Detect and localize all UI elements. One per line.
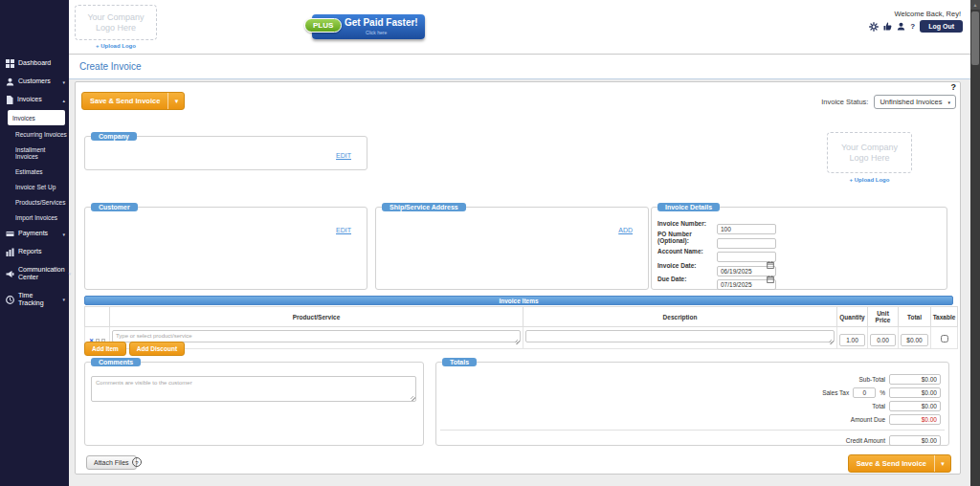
amount-due-input xyxy=(889,414,941,425)
chevron-down-icon: ▾ xyxy=(62,232,65,237)
totals-rows: Sub-Total Sales Tax % Total Amount Due xyxy=(436,366,948,446)
company-legend: Company xyxy=(91,132,137,141)
caret-down-icon[interactable]: ▼ xyxy=(167,93,184,109)
percent-sign: % xyxy=(880,389,885,396)
logout-button[interactable]: Log Out xyxy=(920,20,963,33)
caret-down-icon[interactable]: ▼ xyxy=(934,455,950,472)
top-header: Your Company Logo Here + Upload Logo Get… xyxy=(69,0,970,55)
chevron-down-icon: ▾ xyxy=(62,79,65,85)
submenu-item-import-invoices[interactable]: Import Invoices xyxy=(0,210,69,225)
resize-handle-icon xyxy=(411,396,415,401)
add-item-button[interactable]: Add Item xyxy=(84,342,126,356)
ship-service-address-section: Ship/Service Address ADD xyxy=(375,203,649,290)
submenu-item-invoices[interactable]: Invoices xyxy=(8,110,65,125)
sales-tax-label: Sales Tax xyxy=(822,389,849,396)
sidebar-item-reports[interactable]: Reports xyxy=(0,243,69,261)
due-date-row: Due Date: xyxy=(657,274,941,284)
panel-help-icon[interactable]: ? xyxy=(951,82,957,92)
scrollbar-up-arrow-icon[interactable]: ▲ xyxy=(970,0,980,10)
save-send-label: Save & Send Invoice xyxy=(849,455,934,472)
scrollbar-thumb[interactable] xyxy=(971,11,979,65)
save-send-invoice-button-bottom[interactable]: Save & Send Invoice ▼ xyxy=(848,454,951,473)
attach-help-icon[interactable]: ? xyxy=(132,457,142,467)
vertical-scrollbar[interactable]: ▲ xyxy=(970,0,980,486)
sidebar-item-time-tracking[interactable]: Time Tracking ▾ xyxy=(0,287,69,313)
subtotal-label: Sub-Total xyxy=(859,376,885,383)
dashboard-icon xyxy=(6,59,14,68)
sales-tax-rate-input[interactable] xyxy=(853,387,876,398)
credit-amount-row: Credit Amount xyxy=(436,435,941,446)
invoice-upload-logo-link[interactable]: + Upload Logo xyxy=(827,177,912,183)
help-icon[interactable]: ? xyxy=(910,22,915,31)
logo-line1: Your Company xyxy=(828,143,911,153)
customer-edit-link[interactable]: EDIT xyxy=(336,227,351,233)
amount-due-label: Amount Due xyxy=(851,416,885,423)
sidebar-item-customers[interactable]: Customers ▾ xyxy=(0,73,69,91)
invoice-status-select[interactable]: Unfinished Invoices ▾ xyxy=(874,95,956,109)
unit-price-header: Unit Price xyxy=(868,307,899,327)
thumbs-up-icon[interactable] xyxy=(883,22,892,31)
attach-files-button[interactable]: Attach Files xyxy=(86,455,137,470)
ship-add-link[interactable]: ADD xyxy=(618,227,633,233)
company-edit-link[interactable]: EDIT xyxy=(336,152,351,159)
unit-price-input[interactable] xyxy=(870,334,896,346)
communication-icon xyxy=(6,270,14,278)
submenu-item-invoice-set-up[interactable]: Invoice Set Up xyxy=(0,179,69,194)
totals-legend: Totals xyxy=(442,358,477,366)
header-logo-placeholder[interactable]: Your Company Logo Here xyxy=(75,5,157,40)
description-input[interactable] xyxy=(525,330,835,342)
header-upload-logo-link[interactable]: + Upload Logo xyxy=(75,43,157,49)
invoice-items-header-bar: Invoice Items xyxy=(84,296,953,305)
sidebar-item-dashboard[interactable]: Dashboard xyxy=(0,55,69,73)
sales-tax-amount-input xyxy=(889,387,941,398)
invoice-logo-placeholder[interactable]: Your Company Logo Here xyxy=(827,132,912,173)
invoices-submenu: Invoices Recurring Invoices Installment … xyxy=(0,110,69,225)
add-discount-button[interactable]: Add Discount xyxy=(129,342,185,356)
invoice-items-table: Product/Service Description Quantity Uni… xyxy=(84,306,958,349)
logo-line2: Logo Here xyxy=(76,23,156,33)
company-section: Company EDIT xyxy=(84,132,368,170)
sidebar-item-invoices[interactable]: Invoices ▴ xyxy=(0,91,69,109)
sidebar-item-payments[interactable]: Payments ▾ xyxy=(0,225,69,243)
row-controls-header xyxy=(85,307,110,327)
add-buttons-row: Add Item Add Discount xyxy=(84,342,185,356)
invoice-details-section: Invoice Details Invoice Number: PO Numbe… xyxy=(651,203,947,290)
invoice-details-rows: Invoice Number: PO Number (Optional): Ac… xyxy=(652,211,947,284)
due-date-input[interactable] xyxy=(717,279,776,290)
sidebar-label-dashboard: Dashboard xyxy=(18,59,51,67)
sidebar-label-reports: Reports xyxy=(18,248,42,255)
gear-icon[interactable] xyxy=(869,22,879,32)
quantity-input[interactable] xyxy=(839,334,865,346)
sidebar-label-time-tracking: Time Tracking xyxy=(18,292,58,308)
save-send-invoice-button-top[interactable]: Save & Send Invoice ▼ xyxy=(81,92,185,110)
chevron-down-icon: ▾ xyxy=(69,271,72,276)
quantity-header: Quantity xyxy=(837,307,868,327)
submenu-item-products-services[interactable]: Products/Services xyxy=(0,194,69,210)
total-input[interactable] xyxy=(901,334,928,346)
credit-amount-label: Credit Amount xyxy=(846,437,885,444)
total-label: Total xyxy=(872,403,885,409)
customer-legend: Customer xyxy=(91,203,138,211)
invoice-details-legend: Invoice Details xyxy=(657,203,720,211)
page-title: Create Invoice xyxy=(79,61,141,72)
sidebar-item-communication-center[interactable]: Communication Center ▾ xyxy=(0,261,69,287)
comments-input[interactable] xyxy=(91,376,416,402)
taxable-checkbox[interactable] xyxy=(941,335,948,342)
invoices-icon xyxy=(6,96,13,104)
unit-price-cell xyxy=(868,327,899,349)
submenu-item-estimates[interactable]: Estimates xyxy=(0,164,69,179)
sidebar-label-payments: Payments xyxy=(18,230,48,237)
user-icon[interactable] xyxy=(897,22,905,31)
taxable-header: Taxable xyxy=(931,307,958,327)
comments-section: Comments xyxy=(84,358,424,446)
total-row: Total xyxy=(436,401,941,411)
submenu-item-recurring-invoices[interactable]: Recurring Invoices xyxy=(0,126,69,142)
invoice-date-row: Invoice Date: xyxy=(657,260,941,271)
chevron-down-icon: ▾ xyxy=(62,297,65,302)
totals-section: Totals Sub-Total Sales Tax % Total A xyxy=(435,358,949,446)
item-row: ✕ xyxy=(85,327,958,349)
invoice-status-label: Invoice Status: xyxy=(821,98,868,106)
submenu-item-installment-invoices[interactable]: Installment Invoices xyxy=(0,142,69,164)
get-paid-faster-banner[interactable]: Get Paid Faster! Click here PLUS xyxy=(304,13,425,40)
header-actions: ? Log Out xyxy=(869,20,963,33)
